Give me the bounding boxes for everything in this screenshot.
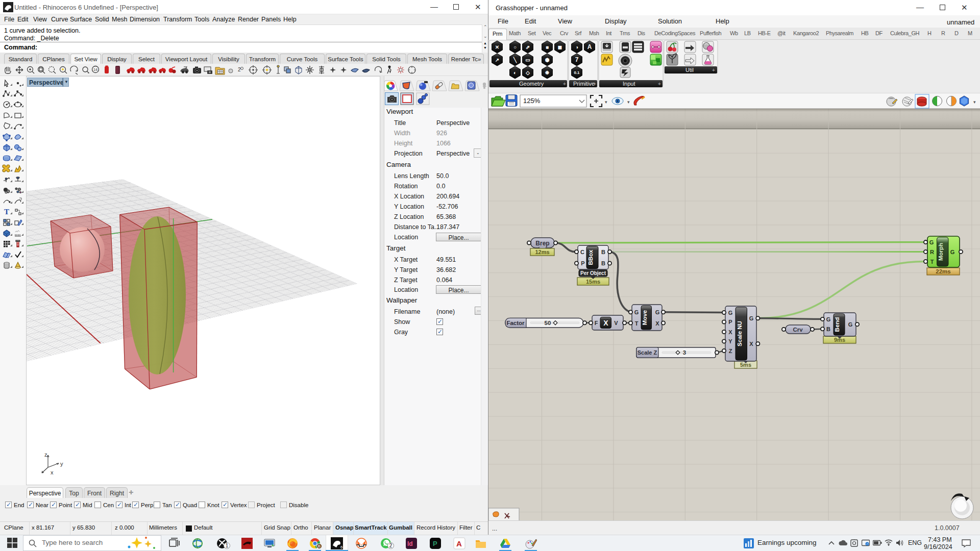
svg-text:BBox: BBox <box>587 249 594 265</box>
svg-text:◼: ◼ <box>558 44 562 50</box>
svg-text:P: P <box>433 540 437 547</box>
svg-text:◇: ◇ <box>525 70 530 76</box>
svg-text:▾: ▾ <box>973 99 976 105</box>
svg-text:+: + <box>563 81 566 87</box>
svg-text:V: V <box>614 320 618 326</box>
svg-text:▭: ▭ <box>525 57 530 63</box>
svg-text:Crv: Crv <box>793 327 803 333</box>
svg-text:C: C <box>580 249 584 255</box>
svg-text:+: + <box>712 67 715 73</box>
svg-text:X: X <box>728 329 732 335</box>
svg-text:Scale NU: Scale NU <box>737 321 743 346</box>
svg-text:R: R <box>930 249 934 255</box>
svg-text:G: G <box>950 249 955 255</box>
svg-text:G: G <box>655 309 660 315</box>
svg-text:↗: ↗ <box>495 57 499 63</box>
svg-text:T: T <box>930 259 934 265</box>
svg-text:X: X <box>603 319 608 327</box>
svg-text:P: P <box>728 319 732 325</box>
svg-text:125%: 125% <box>523 97 541 105</box>
svg-text:G: G <box>929 239 934 245</box>
svg-text:50: 50 <box>545 320 551 326</box>
svg-text:12ms: 12ms <box>535 249 549 255</box>
svg-text:Z: Z <box>729 348 732 354</box>
svg-text:G: G <box>728 310 733 316</box>
svg-text:Input: Input <box>623 81 635 87</box>
svg-text:◑: ◑ <box>575 44 578 50</box>
svg-text:Move: Move <box>642 310 648 325</box>
svg-text:Brep: Brep <box>535 240 549 247</box>
svg-text:P: P <box>581 260 584 266</box>
svg-text:0.1: 0.1 <box>574 70 580 75</box>
svg-text:Util: Util <box>685 67 694 73</box>
svg-text:◐: ◐ <box>513 70 517 76</box>
svg-text:✕: ✕ <box>495 44 499 50</box>
svg-text:G: G <box>848 321 853 328</box>
svg-text:⇗: ⇗ <box>526 44 530 50</box>
svg-text:y: y <box>60 461 63 467</box>
svg-text:z: z <box>44 452 47 458</box>
svg-text:9ms: 9ms <box>834 337 845 343</box>
svg-text:❉: ❉ <box>545 70 550 76</box>
svg-text:7: 7 <box>575 56 579 63</box>
svg-text:A: A <box>587 43 592 51</box>
svg-text:B: B <box>826 326 830 332</box>
svg-text:+: + <box>593 81 596 87</box>
svg-text:+: + <box>658 81 661 87</box>
svg-text:⬢: ⬢ <box>545 57 550 63</box>
svg-text:x: x <box>51 469 54 475</box>
svg-text:G: G <box>634 309 639 315</box>
svg-text:Id: Id <box>407 540 413 547</box>
svg-text:22ms: 22ms <box>936 268 950 274</box>
svg-text:T: T <box>4 208 9 216</box>
svg-text:■: ■ <box>546 44 549 50</box>
svg-text:▾: ▾ <box>605 99 607 105</box>
svg-text:Morph: Morph <box>938 243 944 261</box>
svg-text:╲: ╲ <box>513 57 517 63</box>
svg-text:Primitive: Primitive <box>573 81 595 87</box>
svg-text:3: 3 <box>683 349 686 356</box>
svg-text:Y: Y <box>728 338 732 344</box>
svg-text:B: B <box>601 260 605 266</box>
svg-text:G: G <box>749 315 754 321</box>
svg-text:Geometry: Geometry <box>519 81 544 87</box>
svg-text:F: F <box>595 320 598 326</box>
svg-text:15ms: 15ms <box>586 279 600 285</box>
svg-text:T: T <box>635 320 639 327</box>
svg-text:Scale Z: Scale Z <box>638 349 657 356</box>
svg-text:A: A <box>456 539 462 548</box>
svg-text:Per Object: Per Object <box>580 270 606 276</box>
svg-text:2: 2 <box>238 67 241 72</box>
svg-text:B: B <box>601 249 605 255</box>
svg-text:Factor: Factor <box>506 320 525 326</box>
svg-text:14: 14 <box>93 68 97 71</box>
svg-text:○: ○ <box>513 44 517 50</box>
svg-text:▾: ▾ <box>627 99 630 105</box>
svg-text:X: X <box>655 320 659 327</box>
svg-text:5ms: 5ms <box>740 362 751 368</box>
svg-text:6: 6 <box>340 545 343 549</box>
svg-text:G: G <box>826 316 831 322</box>
svg-text:Bend: Bend <box>834 317 840 332</box>
svg-text:X: X <box>749 341 753 347</box>
